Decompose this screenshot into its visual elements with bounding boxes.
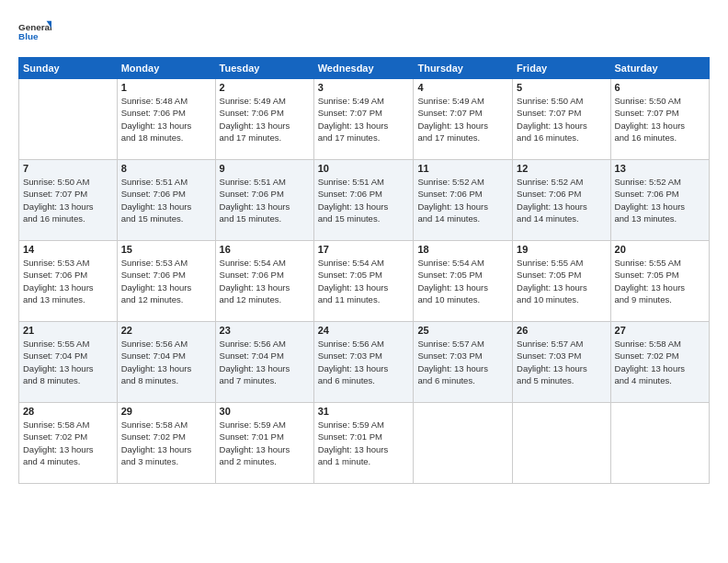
day-info: Sunrise: 5:53 AMSunset: 7:06 PMDaylight:…	[23, 257, 113, 305]
day-info: Sunrise: 5:48 AMSunset: 7:06 PMDaylight:…	[121, 95, 211, 144]
calendar-cell: 14Sunrise: 5:53 AMSunset: 7:06 PMDayligh…	[19, 241, 118, 322]
header-friday: Friday	[513, 58, 610, 79]
calendar-cell: 16Sunrise: 5:54 AMSunset: 7:06 PMDayligh…	[215, 241, 313, 322]
day-number: 29	[121, 406, 211, 417]
calendar-cell: 10Sunrise: 5:51 AMSunset: 7:06 PMDayligh…	[313, 160, 414, 241]
calendar: SundayMondayTuesdayWednesdayThursdayFrid…	[18, 57, 710, 484]
day-info: Sunrise: 5:54 AMSunset: 7:05 PMDaylight:…	[318, 257, 410, 305]
day-number: 12	[517, 163, 606, 174]
calendar-cell: 28Sunrise: 5:58 AMSunset: 7:02 PMDayligh…	[19, 403, 118, 484]
calendar-cell: 9Sunrise: 5:51 AMSunset: 7:06 PMDaylight…	[215, 160, 313, 241]
day-number: 27	[615, 325, 705, 336]
day-number: 22	[121, 325, 211, 336]
calendar-week-row: 7Sunrise: 5:50 AMSunset: 7:07 PMDaylight…	[19, 160, 710, 241]
day-info: Sunrise: 5:53 AMSunset: 7:06 PMDaylight:…	[121, 257, 211, 305]
calendar-cell: 30Sunrise: 5:59 AMSunset: 7:01 PMDayligh…	[215, 403, 313, 484]
day-number: 3	[318, 82, 410, 93]
day-number: 26	[517, 325, 606, 336]
day-info: Sunrise: 5:59 AMSunset: 7:01 PMDaylight:…	[220, 419, 310, 467]
calendar-cell: 12Sunrise: 5:52 AMSunset: 7:06 PMDayligh…	[513, 160, 610, 241]
calendar-cell	[513, 403, 610, 484]
day-info: Sunrise: 5:55 AMSunset: 7:04 PMDaylight:…	[23, 338, 113, 386]
calendar-cell: 11Sunrise: 5:52 AMSunset: 7:06 PMDayligh…	[414, 160, 513, 241]
calendar-cell: 29Sunrise: 5:58 AMSunset: 7:02 PMDayligh…	[117, 403, 215, 484]
day-number: 15	[121, 244, 211, 255]
day-info: Sunrise: 5:50 AMSunset: 7:07 PMDaylight:…	[615, 95, 705, 144]
day-info: Sunrise: 5:50 AMSunset: 7:07 PMDaylight:…	[23, 176, 113, 224]
calendar-cell: 19Sunrise: 5:55 AMSunset: 7:05 PMDayligh…	[513, 241, 610, 322]
day-info: Sunrise: 5:55 AMSunset: 7:05 PMDaylight:…	[615, 257, 705, 305]
calendar-cell: 25Sunrise: 5:57 AMSunset: 7:03 PMDayligh…	[414, 322, 513, 403]
day-info: Sunrise: 5:58 AMSunset: 7:02 PMDaylight:…	[23, 419, 113, 467]
calendar-cell: 31Sunrise: 5:59 AMSunset: 7:01 PMDayligh…	[313, 403, 414, 484]
day-info: Sunrise: 5:49 AMSunset: 7:07 PMDaylight:…	[417, 95, 508, 144]
day-number: 9	[220, 163, 310, 174]
calendar-cell: 13Sunrise: 5:52 AMSunset: 7:06 PMDayligh…	[610, 160, 709, 241]
day-info: Sunrise: 5:50 AMSunset: 7:07 PMDaylight:…	[517, 95, 606, 144]
day-number: 16	[220, 244, 310, 255]
day-info: Sunrise: 5:51 AMSunset: 7:06 PMDaylight:…	[121, 176, 211, 224]
day-number: 20	[615, 244, 705, 255]
day-info: Sunrise: 5:56 AMSunset: 7:03 PMDaylight:…	[318, 338, 410, 386]
day-info: Sunrise: 5:56 AMSunset: 7:04 PMDaylight:…	[220, 338, 310, 386]
day-number: 21	[23, 325, 113, 336]
calendar-cell: 26Sunrise: 5:57 AMSunset: 7:03 PMDayligh…	[513, 322, 610, 403]
header-thursday: Thursday	[414, 58, 513, 79]
calendar-week-row: 14Sunrise: 5:53 AMSunset: 7:06 PMDayligh…	[19, 241, 710, 322]
calendar-cell: 21Sunrise: 5:55 AMSunset: 7:04 PMDayligh…	[19, 322, 118, 403]
calendar-cell: 2Sunrise: 5:49 AMSunset: 7:06 PMDaylight…	[215, 79, 313, 160]
calendar-cell: 4Sunrise: 5:49 AMSunset: 7:07 PMDaylight…	[414, 79, 513, 160]
day-info: Sunrise: 5:52 AMSunset: 7:06 PMDaylight:…	[417, 176, 508, 224]
calendar-cell: 15Sunrise: 5:53 AMSunset: 7:06 PMDayligh…	[117, 241, 215, 322]
day-number: 23	[220, 325, 310, 336]
day-info: Sunrise: 5:57 AMSunset: 7:03 PMDaylight:…	[417, 338, 508, 386]
logo: General Blue	[18, 15, 51, 48]
header-sunday: Sunday	[19, 58, 118, 79]
calendar-header-row: SundayMondayTuesdayWednesdayThursdayFrid…	[19, 58, 710, 79]
day-info: Sunrise: 5:49 AMSunset: 7:06 PMDaylight:…	[220, 95, 310, 144]
calendar-cell: 18Sunrise: 5:54 AMSunset: 7:05 PMDayligh…	[414, 241, 513, 322]
day-info: Sunrise: 5:58 AMSunset: 7:02 PMDaylight:…	[615, 338, 705, 386]
day-info: Sunrise: 5:54 AMSunset: 7:06 PMDaylight:…	[220, 257, 310, 305]
calendar-cell: 7Sunrise: 5:50 AMSunset: 7:07 PMDaylight…	[19, 160, 118, 241]
day-number: 19	[517, 244, 606, 255]
day-info: Sunrise: 5:59 AMSunset: 7:01 PMDaylight:…	[318, 419, 410, 467]
day-info: Sunrise: 5:54 AMSunset: 7:05 PMDaylight:…	[417, 257, 508, 305]
calendar-week-row: 28Sunrise: 5:58 AMSunset: 7:02 PMDayligh…	[19, 403, 710, 484]
day-info: Sunrise: 5:58 AMSunset: 7:02 PMDaylight:…	[121, 419, 211, 467]
day-number: 8	[121, 163, 211, 174]
calendar-cell	[19, 79, 118, 160]
day-number: 7	[23, 163, 113, 174]
day-info: Sunrise: 5:57 AMSunset: 7:03 PMDaylight:…	[517, 338, 606, 386]
day-info: Sunrise: 5:52 AMSunset: 7:06 PMDaylight:…	[615, 176, 705, 224]
calendar-cell: 17Sunrise: 5:54 AMSunset: 7:05 PMDayligh…	[313, 241, 414, 322]
svg-text:General: General	[18, 22, 51, 32]
day-number: 6	[615, 82, 705, 93]
calendar-cell: 22Sunrise: 5:56 AMSunset: 7:04 PMDayligh…	[117, 322, 215, 403]
day-info: Sunrise: 5:51 AMSunset: 7:06 PMDaylight:…	[318, 176, 410, 224]
day-number: 28	[23, 406, 113, 417]
day-info: Sunrise: 5:52 AMSunset: 7:06 PMDaylight:…	[517, 176, 606, 224]
calendar-cell: 8Sunrise: 5:51 AMSunset: 7:06 PMDaylight…	[117, 160, 215, 241]
day-number: 14	[23, 244, 113, 255]
day-number: 5	[517, 82, 606, 93]
day-number: 10	[318, 163, 410, 174]
svg-text:Blue: Blue	[18, 31, 39, 41]
calendar-week-row: 21Sunrise: 5:55 AMSunset: 7:04 PMDayligh…	[19, 322, 710, 403]
calendar-cell	[610, 403, 709, 484]
calendar-cell: 3Sunrise: 5:49 AMSunset: 7:07 PMDaylight…	[313, 79, 414, 160]
day-info: Sunrise: 5:55 AMSunset: 7:05 PMDaylight:…	[517, 257, 606, 305]
calendar-cell: 1Sunrise: 5:48 AMSunset: 7:06 PMDaylight…	[117, 79, 215, 160]
calendar-cell: 20Sunrise: 5:55 AMSunset: 7:05 PMDayligh…	[610, 241, 709, 322]
calendar-cell: 23Sunrise: 5:56 AMSunset: 7:04 PMDayligh…	[215, 322, 313, 403]
calendar-cell: 6Sunrise: 5:50 AMSunset: 7:07 PMDaylight…	[610, 79, 709, 160]
day-number: 1	[121, 82, 211, 93]
day-info: Sunrise: 5:51 AMSunset: 7:06 PMDaylight:…	[220, 176, 310, 224]
header-wednesday: Wednesday	[313, 58, 414, 79]
calendar-cell: 27Sunrise: 5:58 AMSunset: 7:02 PMDayligh…	[610, 322, 709, 403]
header-monday: Monday	[117, 58, 215, 79]
logo-svg: General Blue	[18, 15, 51, 48]
calendar-cell: 24Sunrise: 5:56 AMSunset: 7:03 PMDayligh…	[313, 322, 414, 403]
calendar-cell	[414, 403, 513, 484]
day-number: 18	[417, 244, 508, 255]
